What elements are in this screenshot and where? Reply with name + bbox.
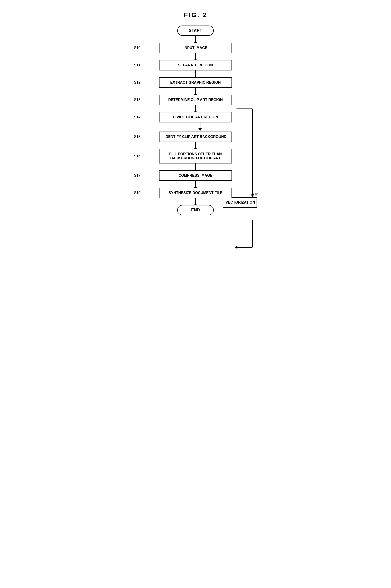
s17-row: S17 COMPRESS IMAGE (132, 170, 259, 181)
arrow-s17-s19 (195, 181, 196, 188)
s14-label: S14 (134, 115, 140, 119)
s11-box: SEPARATE REGION (159, 60, 232, 70)
split-section: S15 IDENTIFY CLIP ART BACKGROUND S16 FIL… (132, 122, 259, 181)
s13-row: S13 DETERMINE CLIP ART REGION (132, 95, 259, 105)
flowchart: START S10 INPUT IMAGE S11 SEPARATE REGIO… (132, 25, 259, 215)
s13-label: S13 (134, 98, 140, 102)
s10-box: INPUT IMAGE (159, 43, 232, 53)
s11-label: S11 (134, 63, 140, 67)
s16-label: S16 (134, 154, 140, 158)
end-row: END (132, 205, 259, 215)
arrow-s13-s14 (195, 105, 196, 112)
s14-box: DIVIDE CLIP ART REGION (159, 112, 232, 122)
s12-label: S12 (134, 81, 140, 85)
s12-box: EXTRACT GRAPHIC REGION (159, 77, 232, 88)
s17-box: COMPRESS IMAGE (159, 170, 232, 181)
s17-label: S17 (134, 173, 140, 178)
s19-row: S19 SYNTHESIZE DOCUMENT FILE (132, 188, 259, 198)
arrow-s16-s17 (195, 163, 196, 170)
arrow-s15-s16 (195, 142, 196, 149)
page: FIG. 2 START S10 INPUT IMAGE S11 SEPARAT… (127, 4, 264, 224)
s14-row: S14 DIVIDE CLIP ART REGION (132, 112, 259, 122)
s15-row: S15 IDENTIFY CLIP ART BACKGROUND (132, 131, 259, 142)
arrow-s11-s12 (195, 70, 196, 77)
s16-row: S16 FILL PORTIONS OTHER THAN BACKGROUND … (132, 149, 259, 163)
arrow-s12-s13 (195, 88, 196, 95)
svg-marker-7 (235, 246, 237, 249)
s19-label: S19 (134, 191, 140, 195)
arrow-s19-end (195, 198, 196, 205)
s16-box: FILL PORTIONS OTHER THAN BACKGROUND OF C… (159, 149, 232, 163)
s15-box: IDENTIFY CLIP ART BACKGROUND (159, 131, 232, 142)
start-row: START (132, 25, 259, 36)
s12-row: S12 EXTRACT GRAPHIC REGION (132, 77, 259, 88)
s13-box: DETERMINE CLIP ART REGION (159, 95, 232, 105)
arrow-start-s10 (195, 36, 196, 43)
end-node: END (177, 205, 214, 215)
start-node: START (177, 25, 214, 36)
s19-box: SYNTHESIZE DOCUMENT FILE (159, 188, 232, 198)
s15-label: S15 (134, 135, 140, 139)
arrow-s10-s11 (195, 53, 196, 60)
s10-row: S10 INPUT IMAGE (132, 43, 259, 53)
s11-row: S11 SEPARATE REGION (132, 60, 259, 70)
figure-title: FIG. 2 (132, 11, 259, 19)
s10-label: S10 (134, 46, 140, 50)
left-branch-content: S15 IDENTIFY CLIP ART BACKGROUND S16 FIL… (132, 122, 259, 181)
